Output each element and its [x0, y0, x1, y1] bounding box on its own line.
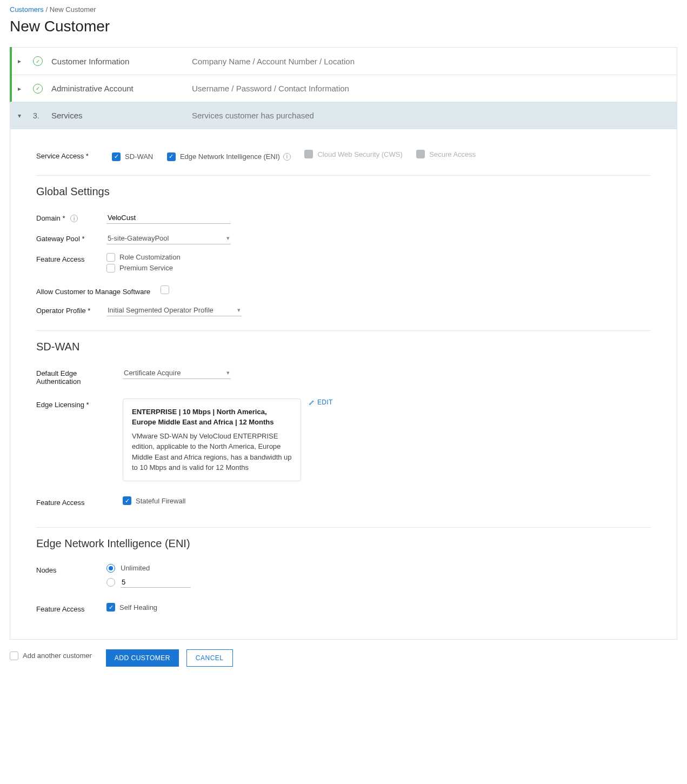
- feature-access-label: Feature Access: [36, 253, 106, 263]
- chk-add-another[interactable]: Add another customer: [10, 652, 92, 660]
- chk-secure-access-label: Secure Access: [429, 150, 476, 158]
- chk-cws[interactable]: Cloud Web Security (CWS): [304, 150, 402, 158]
- chk-secure-access[interactable]: Secure Access: [416, 150, 476, 158]
- operator-profile-row: Operator Profile * Initial Segmented Ope…: [36, 300, 651, 321]
- chk-premium-service-label: Premium Service: [119, 264, 173, 272]
- feature-access-row: Feature Access Role Customization Premiu…: [36, 249, 651, 277]
- default-edge-auth-row: Default Edge Authentication Certificate …: [36, 363, 651, 390]
- edit-license-link[interactable]: EDIT: [309, 398, 333, 406]
- checkbox-unchecked-icon: [106, 264, 115, 273]
- breadcrumb-sep: /: [44, 5, 50, 14]
- gateway-pool-value: 5-site-GatewayPool: [108, 234, 169, 242]
- chk-self-healing-label: Self Healing: [119, 603, 157, 612]
- step-customer-information[interactable]: ▸ ✓ Customer Information Company Name / …: [10, 48, 677, 75]
- operator-profile-select[interactable]: Initial Segmented Operator Profile ▾: [106, 304, 242, 316]
- step-desc: Company Name / Account Number / Location: [192, 57, 355, 66]
- checkbox-disabled-icon: [304, 150, 313, 158]
- edge-licensing-label: Edge Licensing *: [36, 398, 123, 409]
- step-admin-account[interactable]: ▸ ✓ Administrative Account Username / Pa…: [10, 75, 677, 102]
- chevron-down-icon: ▾: [226, 369, 230, 376]
- divider: [36, 175, 651, 176]
- radio-unlimited-label: Unlimited: [121, 564, 150, 572]
- checkbox-checked-icon: ✓: [167, 152, 176, 161]
- sdwan-title: SD-WAN: [36, 341, 651, 353]
- breadcrumb-current: New Customer: [50, 5, 96, 14]
- chk-sdwan-label: SD-WAN: [125, 152, 153, 161]
- service-access-row: Service Access * ✓ SD-WAN ✓ Edge Network…: [36, 145, 651, 165]
- step-title: Customer Information: [51, 57, 192, 66]
- cancel-button[interactable]: CANCEL: [186, 649, 233, 667]
- checkbox-unchecked-icon: [10, 652, 18, 660]
- chk-premium-service[interactable]: Premium Service: [106, 264, 639, 273]
- chevron-down-icon: ▾: [226, 235, 230, 242]
- checkbox-checked-icon: ✓: [106, 603, 115, 612]
- node-count-input[interactable]: [121, 577, 191, 588]
- chk-eni[interactable]: ✓ Edge Network Intelligence (ENI) i: [167, 152, 291, 161]
- divider: [36, 330, 651, 331]
- step-services[interactable]: ▾ 3. Services Services customer has purc…: [10, 102, 677, 129]
- default-edge-auth-value: Certificate Acquire: [124, 369, 181, 377]
- breadcrumb-root-link[interactable]: Customers: [10, 5, 44, 14]
- chk-role-customization[interactable]: Role Customization: [106, 253, 639, 262]
- step-desc: Username / Password / Contact Informatio…: [192, 84, 349, 93]
- pencil-icon: [309, 399, 315, 406]
- chk-add-another-label: Add another customer: [23, 652, 92, 660]
- eni-feature-access-row: Feature Access ✓ Self Healing: [36, 596, 651, 617]
- check-circle-icon: ✓: [33, 56, 43, 66]
- chk-stateful-firewall[interactable]: ✓ Stateful Firewall: [123, 496, 185, 505]
- license-card: ENTERPRISE | 10 Mbps | North America, Eu…: [123, 398, 301, 481]
- nodes-row: Nodes Unlimited: [36, 560, 651, 596]
- step-number: 3.: [33, 111, 43, 120]
- step-desc: Services customer has purchased: [192, 111, 314, 120]
- footer: Add another customer ADD CUSTOMER CANCEL: [10, 640, 677, 667]
- radio-unselected-icon: [106, 578, 115, 587]
- add-customer-button[interactable]: ADD CUSTOMER: [106, 649, 179, 667]
- global-settings-title: Global Settings: [36, 185, 651, 198]
- divider: [36, 527, 651, 528]
- check-circle-icon: ✓: [33, 84, 43, 94]
- radio-selected-icon: [106, 564, 115, 573]
- step-title: Administrative Account: [51, 84, 192, 93]
- chevron-down-icon: ▾: [237, 307, 241, 314]
- gateway-pool-select[interactable]: 5-site-GatewayPool ▾: [106, 232, 231, 244]
- gateway-pool-row: Gateway Pool * 5-site-GatewayPool ▾: [36, 228, 651, 249]
- sdwan-feature-access-row: Feature Access ✓ Stateful Firewall: [36, 486, 651, 511]
- license-title: ENTERPRISE | 10 Mbps | North America, Eu…: [132, 407, 292, 428]
- service-access-label: Service Access *: [36, 150, 112, 160]
- domain-row: Domain * i: [36, 208, 651, 228]
- chk-role-customization-label: Role Customization: [119, 253, 181, 261]
- eni-title: Edge Network Intelligence (ENI): [36, 537, 651, 550]
- allow-manage-label: Allow Customer to Manage Software: [36, 285, 161, 296]
- allow-manage-row: Allow Customer to Manage Software: [36, 277, 651, 300]
- checkbox-disabled-icon: [416, 150, 425, 158]
- checkbox-checked-icon: ✓: [123, 496, 131, 505]
- edge-licensing-row: Edge Licensing * ENTERPRISE | 10 Mbps | …: [36, 390, 651, 486]
- nodes-label: Nodes: [36, 564, 106, 574]
- chk-self-healing[interactable]: ✓ Self Healing: [106, 603, 157, 612]
- chevron-right-icon: ▸: [18, 57, 25, 65]
- checkbox-checked-icon: ✓: [112, 152, 121, 161]
- info-icon[interactable]: i: [70, 215, 78, 222]
- default-edge-auth-select[interactable]: Certificate Acquire ▾: [123, 367, 231, 379]
- checkbox-unchecked-icon: [106, 253, 115, 262]
- page-title: New Customer: [10, 18, 677, 35]
- radio-count[interactable]: [106, 577, 651, 588]
- edit-label: EDIT: [317, 398, 333, 406]
- chevron-down-icon: ▾: [18, 112, 25, 119]
- gateway-pool-label: Gateway Pool *: [36, 232, 106, 243]
- chk-stateful-firewall-label: Stateful Firewall: [136, 497, 185, 505]
- eni-feature-access-label: Feature Access: [36, 603, 106, 613]
- default-edge-auth-label: Default Edge Authentication: [36, 367, 123, 386]
- sdwan-feature-access-label: Feature Access: [36, 496, 123, 507]
- chk-sdwan[interactable]: ✓ SD-WAN: [112, 152, 153, 161]
- breadcrumb: Customers / New Customer: [10, 5, 677, 14]
- chk-cws-label: Cloud Web Security (CWS): [317, 150, 402, 158]
- chk-allow-manage[interactable]: [161, 285, 169, 294]
- radio-unlimited[interactable]: Unlimited: [106, 564, 651, 573]
- operator-profile-label: Operator Profile *: [36, 304, 106, 315]
- operator-profile-value: Initial Segmented Operator Profile: [108, 306, 214, 314]
- info-icon[interactable]: i: [283, 153, 291, 161]
- step-title: Services: [51, 111, 192, 120]
- chevron-right-icon: ▸: [18, 85, 25, 92]
- domain-input[interactable]: [106, 212, 231, 224]
